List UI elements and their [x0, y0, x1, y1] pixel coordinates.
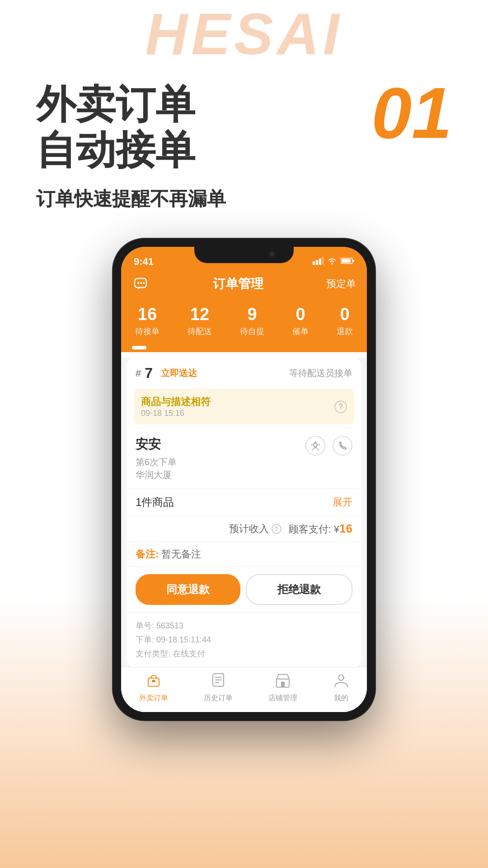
order-number-value: 7 — [145, 365, 153, 382]
headline-subtitle: 订单快速提醒不再漏单 — [0, 173, 488, 212]
watermark-area: HESAI — [0, 0, 488, 63]
remark-label: 备注: — [136, 548, 161, 560]
remark-row: 备注: 暂无备注 — [127, 542, 361, 566]
svg-rect-1 — [316, 260, 318, 265]
alert-banner: 商品与描述相符 09-18 15:16 ? — [134, 389, 354, 425]
order-header: # 7 立即送达 等待配送员接单 — [127, 358, 361, 389]
order-number-section: # 7 立即送达 — [136, 365, 197, 382]
order-hash-symbol: # — [136, 368, 141, 379]
alert-time: 09-18 15:16 — [141, 409, 211, 418]
reject-refund-button[interactable]: 拒绝退款 — [246, 574, 352, 605]
customer-pay-label: 顾客支付: ¥16 — [289, 522, 352, 536]
tab-active-dot — [132, 346, 146, 349]
reservation-order-button[interactable]: 预定单 — [326, 277, 356, 291]
price-row: 预计收入 ? 顾客支付: ¥16 — [127, 516, 361, 542]
svg-rect-6 — [342, 259, 351, 263]
remark-text: 备注: 暂无备注 — [136, 548, 201, 560]
customer-name: 安安 — [136, 436, 177, 453]
nav-item-store[interactable]: 店铺管理 — [268, 672, 297, 703]
profile-icon — [333, 672, 349, 692]
status-time: 9:41 — [134, 256, 154, 268]
app-header-title: 订单管理 — [213, 275, 263, 292]
svg-point-9 — [140, 282, 142, 284]
battery-icon — [341, 257, 354, 267]
order-meta: 单号: 563513 下单: 09-18 15:11:44 支付类型: 在线支付 — [127, 612, 361, 667]
items-count: 1件商品 — [136, 495, 174, 509]
stat-pending-accept[interactable]: 16 待接单 — [135, 305, 160, 337]
svg-point-10 — [143, 282, 145, 284]
customer-address: 华润大厦 — [136, 468, 177, 481]
items-row: 1件商品 展开 — [127, 488, 361, 516]
order-no: 单号: 563513 — [136, 619, 352, 633]
customer-order-count: 第6次下单 — [136, 456, 177, 468]
stat-pending-pickup[interactable]: 9 待自提 — [240, 305, 264, 337]
app-header: 订单管理 预定单 — [121, 270, 367, 300]
alert-text: 商品与描述相符 — [141, 395, 211, 409]
svg-rect-2 — [319, 259, 321, 265]
svg-rect-3 — [322, 257, 324, 265]
nav-label-store: 店铺管理 — [268, 693, 297, 703]
nav-label-takeout: 外卖订单 — [139, 693, 168, 703]
order-status: 等待配送员接单 — [289, 367, 352, 379]
expected-income-label: 预计收入 ? — [229, 522, 282, 536]
history-icon — [210, 672, 226, 692]
stat-refund[interactable]: 0 退款 — [337, 305, 353, 337]
phone-screen: 9:41 — [121, 247, 367, 712]
location-button[interactable] — [305, 436, 325, 456]
svg-point-8 — [137, 282, 139, 284]
phone-mockup: 9:41 — [113, 239, 375, 720]
order-pay-type: 支付类型: 在线支付 — [136, 647, 352, 661]
status-icons — [313, 257, 354, 267]
nav-label-history: 历史订单 — [204, 693, 233, 703]
order-type: 立即送达 — [161, 367, 197, 379]
customer-pay-amount: 16 — [339, 522, 352, 535]
takeout-icon — [145, 672, 162, 692]
order-card: # 7 立即送达 等待配送员接单 商品与描述相符 09-18 15:16 — [127, 358, 361, 667]
nav-label-mine: 我的 — [334, 693, 348, 703]
wifi-icon — [327, 257, 337, 267]
signal-icon — [313, 257, 324, 267]
svg-rect-5 — [352, 260, 354, 262]
svg-point-11 — [314, 443, 317, 447]
headline-area: 01 外卖订单 自动接单 — [0, 63, 488, 173]
stats-row: 16 待接单 12 待配送 9 待自提 0 催单 — [121, 300, 367, 346]
bottom-nav: 外卖订单 历史订单 — [121, 667, 367, 712]
expand-button[interactable]: 展开 — [333, 495, 352, 509]
alert-info-icon[interactable]: ? — [334, 401, 347, 413]
customer-info: 安安 第6次下单 华润大厦 — [127, 429, 361, 488]
chat-icon[interactable] — [132, 275, 150, 293]
phone-notch-dot — [269, 251, 275, 257]
tab-indicator — [121, 346, 367, 352]
action-buttons: 同意退款 拒绝退款 — [127, 566, 361, 612]
phone-notch — [194, 247, 294, 263]
watermark-text: HESAI — [0, 5, 488, 63]
content-area: # 7 立即送达 等待配送员接单 商品与描述相符 09-18 15:16 — [121, 358, 367, 712]
svg-rect-13 — [152, 680, 155, 682]
nav-item-history[interactable]: 历史订单 — [204, 672, 233, 703]
order-place-time: 下单: 09-18 15:11:44 — [136, 633, 352, 647]
stat-pending-delivery[interactable]: 12 待配送 — [188, 305, 212, 337]
svg-point-20 — [338, 675, 344, 680]
svg-rect-19 — [281, 682, 285, 687]
stat-urge[interactable]: 0 催单 — [292, 305, 309, 337]
agree-refund-button[interactable]: 同意退款 — [136, 574, 240, 605]
customer-actions — [305, 436, 352, 456]
phone-container: 9:41 — [0, 239, 488, 738]
phone-button[interactable] — [333, 436, 352, 456]
headline-number: 01 — [371, 77, 452, 149]
store-icon — [275, 672, 291, 692]
nav-item-mine[interactable]: 我的 — [333, 672, 349, 703]
price-info-icon[interactable]: ? — [272, 524, 282, 534]
nav-item-takeout[interactable]: 外卖订单 — [139, 672, 168, 703]
svg-rect-0 — [313, 261, 315, 265]
